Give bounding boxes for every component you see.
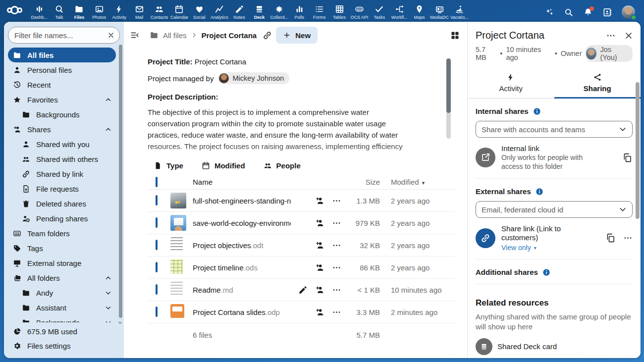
link-icon[interactable] — [263, 31, 272, 40]
breadcrumb-current[interactable]: Project Cortana — [202, 31, 257, 40]
file-name[interactable]: Project timeline.ods — [193, 263, 291, 272]
nextcloud-logo-icon[interactable] — [7, 6, 22, 14]
sidebar-item-deleted-shares[interactable]: Deleted shares — [8, 196, 116, 211]
sidebar-item-team-folders[interactable]: Team folders — [8, 226, 116, 241]
clear-filter-icon[interactable] — [107, 31, 115, 39]
filter-chip-modified[interactable]: Modified — [202, 161, 245, 170]
tab-sharing[interactable]: Sharing — [554, 69, 641, 98]
tab-activity[interactable]: Activity — [468, 69, 554, 98]
manager-chip[interactable]: Mickey Johnson — [218, 72, 289, 84]
share-icon[interactable] — [315, 285, 324, 295]
file-name[interactable]: Project Cortana slides.odp — [193, 308, 291, 316]
app-activity[interactable]: Activity — [109, 2, 129, 20]
row-checkbox[interactable] — [156, 240, 158, 250]
filter-chip-people[interactable]: People — [264, 161, 301, 170]
sidebar-item-pending-shares[interactable]: Pending shares — [8, 211, 116, 226]
sidebar-item-shared-by-link[interactable]: Shared by link — [8, 166, 116, 181]
related-resource-shared-deck-card[interactable]: Shared Deck card — [476, 338, 633, 355]
chevron-down-icon[interactable] — [105, 289, 112, 297]
info-icon[interactable] — [542, 268, 550, 276]
app-notes[interactable]: Notes — [229, 2, 249, 20]
filter-input[interactable] — [8, 27, 120, 44]
app-contacts[interactable]: Contacts — [149, 2, 169, 20]
new-button[interactable]: New — [276, 27, 318, 44]
sidebar-scrollbar[interactable] — [119, 45, 122, 318]
sidebar-item-shared-with-you[interactable]: Shared with you — [8, 137, 116, 152]
row-checkbox[interactable] — [156, 195, 158, 206]
more-icon[interactable] — [332, 218, 341, 228]
column-modified[interactable]: Modified▾ — [391, 178, 442, 186]
file-row-full-shot-engineers-standing-near-river[interactable]: full-shot-engineers-standing-near-river.… — [148, 190, 455, 212]
share-link-row[interactable]: Share link (Link to customers) View only… — [476, 224, 633, 252]
copy-icon[interactable] — [605, 233, 616, 243]
more-icon[interactable] — [332, 263, 341, 272]
close-icon[interactable] — [624, 31, 634, 41]
more-actions-icon[interactable] — [606, 31, 616, 41]
row-checkbox[interactable] — [156, 217, 158, 228]
file-name[interactable]: Project objectives.odt — [193, 241, 291, 250]
internal-share-input[interactable] — [476, 121, 633, 138]
sidebar-item-all-folders[interactable]: All folders — [8, 270, 116, 285]
breadcrumb-all-files[interactable]: All files — [163, 31, 187, 40]
sidebar-item-recent[interactable]: Recent — [8, 77, 116, 92]
user-avatar[interactable] — [622, 5, 635, 19]
app-mail[interactable]: Mail — [129, 2, 149, 20]
search-icon[interactable] — [564, 7, 574, 17]
chevron-down-icon[interactable] — [105, 319, 112, 323]
chevron-down-icon[interactable] — [105, 304, 112, 311]
sidebar-item-backgrounds[interactable]: Backgrounds — [8, 107, 116, 122]
chevron-up-icon[interactable] — [105, 274, 112, 282]
external-share-input[interactable] — [476, 201, 633, 218]
app-files[interactable]: Files — [69, 2, 89, 20]
more-icon[interactable] — [332, 196, 341, 206]
files-settings-button[interactable]: Files settings — [8, 339, 120, 353]
info-icon[interactable] — [536, 188, 543, 196]
sidebar-item-favorites[interactable]: Favorites — [8, 92, 116, 107]
more-icon[interactable] — [332, 308, 341, 317]
app-maps[interactable]: Maps — [409, 2, 429, 20]
file-row-save-world-ecology-environmental-con[interactable]: save-world-ecology-environmental-con... … — [148, 212, 455, 234]
owner-chip[interactable]: Jos (You) — [586, 45, 633, 62]
magic-icon[interactable] — [544, 7, 554, 17]
sidebar-item-backgrounds[interactable]: Backgrounds — [8, 315, 116, 322]
file-name[interactable]: full-shot-engineers-standing-near-river.… — [193, 197, 291, 205]
sidebar-item-personal-files[interactable]: Personal files — [8, 62, 116, 77]
sidebar-item-shared-with-others[interactable]: Shared with others — [8, 152, 116, 166]
file-name[interactable]: Readme.md — [193, 286, 291, 294]
filter-chip-type[interactable]: Type — [154, 161, 183, 170]
app-ocs-api[interactable]: OCSOCS API — [349, 2, 369, 20]
app-dashb[interactable]: Dashb... — [29, 2, 49, 20]
share-icon[interactable] — [315, 196, 324, 206]
row-checkbox[interactable] — [156, 284, 158, 295]
file-row-project-timeline[interactable]: Project timeline.ods 86 KB 2 years ago — [148, 257, 455, 279]
more-icon[interactable] — [332, 241, 341, 250]
file-row-readme[interactable]: Readme.md < 1 KB 10 minutes ago — [148, 279, 455, 301]
contacts-menu-icon[interactable] — [602, 7, 612, 17]
internal-link-row[interactable]: Internal link Only works for people with… — [476, 144, 633, 171]
chevron-up-icon[interactable] — [105, 126, 112, 133]
app-social[interactable]: Social — [189, 2, 209, 20]
row-checkbox[interactable] — [156, 307, 158, 317]
more-icon[interactable] — [332, 285, 341, 295]
sidebar-item-andy[interactable]: Andy — [8, 285, 116, 300]
sidebar-item-assistant[interactable]: Assistant — [8, 300, 116, 315]
more-icon[interactable] — [623, 233, 633, 243]
file-name[interactable]: save-world-ecology-environmental-con... … — [193, 219, 291, 227]
scroll-down-icon[interactable] — [117, 320, 123, 325]
sidebar-item-external-storage[interactable]: External storage — [8, 256, 116, 270]
column-size[interactable]: Size — [341, 178, 380, 186]
select-all-checkbox[interactable] — [156, 177, 158, 187]
chevron-up-icon[interactable] — [105, 96, 112, 103]
sidebar-item-shares[interactable]: Shares — [8, 122, 116, 137]
file-row-project-objectives[interactable]: Project objectives.odt 32 KB 2 years ago — [148, 234, 455, 257]
edit-icon[interactable] — [298, 285, 308, 295]
chevron-down-icon[interactable] — [618, 205, 627, 214]
grid-view-button[interactable] — [450, 30, 460, 41]
permission-dropdown[interactable]: View only▾ — [501, 244, 599, 252]
row-checkbox[interactable] — [156, 262, 158, 272]
share-icon[interactable] — [315, 241, 324, 250]
notifications-icon[interactable] — [583, 7, 593, 17]
collapse-sidebar-icon[interactable] — [130, 30, 140, 40]
app-forms[interactable]: Forms — [309, 2, 329, 20]
sidebar-item-tags[interactable]: Tags — [8, 241, 116, 256]
